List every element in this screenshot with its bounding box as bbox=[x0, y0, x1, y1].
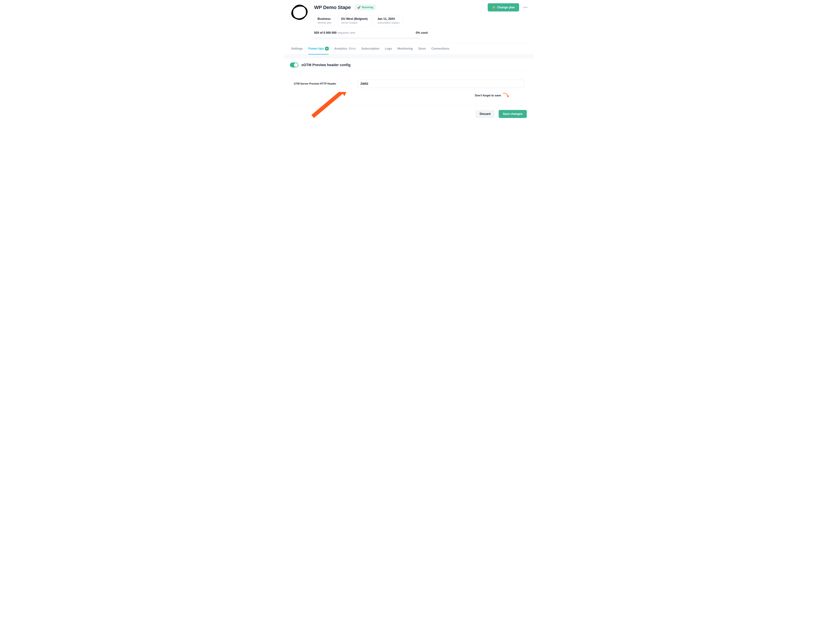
more-menu-icon[interactable]: ••• bbox=[522, 4, 528, 11]
tab-bar: Settings Power-Ups 6 Analytics (Beta) Su… bbox=[284, 43, 534, 55]
http-header-label: GTM Server Preview HTTP Header bbox=[294, 82, 348, 85]
tab-logs[interactable]: Logs bbox=[385, 43, 392, 55]
action-bar: Discard Save changes bbox=[284, 106, 534, 122]
plan-value: Business bbox=[317, 17, 331, 21]
curved-arrow-icon bbox=[502, 92, 509, 99]
workspace-title: WP Demo Stape bbox=[314, 5, 351, 10]
workspace-logo bbox=[291, 3, 309, 21]
change-plan-label: Change plan bbox=[497, 6, 515, 9]
tab-power-ups[interactable]: Power-Ups 6 bbox=[308, 43, 329, 55]
power-ups-badge: 6 bbox=[325, 47, 329, 51]
plan-card: Business Monthly plan bbox=[314, 15, 335, 26]
discard-button[interactable]: Discard bbox=[475, 110, 495, 118]
svg-point-2 bbox=[291, 4, 309, 21]
tab-settings[interactable]: Settings bbox=[291, 43, 303, 55]
expiry-label: Subscription expires bbox=[377, 21, 400, 24]
rocket-icon: 🚀 bbox=[357, 6, 361, 9]
location-value: EU West (Belgium) bbox=[341, 17, 368, 21]
status-label: Running bbox=[362, 6, 373, 9]
section-header: sGTM Preview header config bbox=[284, 58, 534, 72]
plan-label: Monthly plan bbox=[317, 21, 331, 24]
usage-percent: 0% used bbox=[416, 31, 427, 35]
bolt-icon: ⚡ bbox=[492, 6, 496, 9]
http-header-input[interactable] bbox=[358, 80, 524, 88]
section-title: sGTM Preview header config bbox=[301, 63, 351, 67]
usage-caption: requests sent bbox=[337, 31, 355, 35]
tab-connections[interactable]: Connections bbox=[431, 43, 449, 55]
expiry-value: Jan 11, 2024 bbox=[377, 17, 400, 21]
spacer bbox=[284, 55, 534, 58]
save-hint-text: Don't forget to save bbox=[475, 94, 501, 97]
tab-subscription[interactable]: Subscription bbox=[362, 43, 379, 55]
location-card: EU West (Belgium) Server location bbox=[338, 15, 371, 26]
form-body: GTM Server Preview HTTP Header Don't for… bbox=[284, 72, 534, 100]
tab-analytics[interactable]: Analytics (Beta) bbox=[334, 43, 356, 55]
status-badge: 🚀 Running bbox=[355, 5, 376, 10]
page-header: WP Demo Stape 🚀 Running ⚡ Change plan ••… bbox=[284, 0, 534, 39]
tab-store[interactable]: Store bbox=[418, 43, 426, 55]
tab-monitoring[interactable]: Monitoring bbox=[398, 43, 413, 55]
change-plan-button[interactable]: ⚡ Change plan bbox=[488, 3, 519, 11]
save-button[interactable]: Save changes bbox=[499, 110, 527, 118]
feature-toggle[interactable] bbox=[290, 63, 299, 67]
expiry-card: Jan 11, 2024 Subscription expires bbox=[374, 15, 403, 26]
toggle-knob bbox=[294, 63, 298, 67]
usage-progress-bar bbox=[314, 37, 420, 39]
save-hint: Don't forget to save bbox=[294, 92, 524, 99]
location-label: Server location bbox=[341, 21, 368, 24]
usage-count: 920 of 5 000 000 bbox=[314, 31, 337, 35]
